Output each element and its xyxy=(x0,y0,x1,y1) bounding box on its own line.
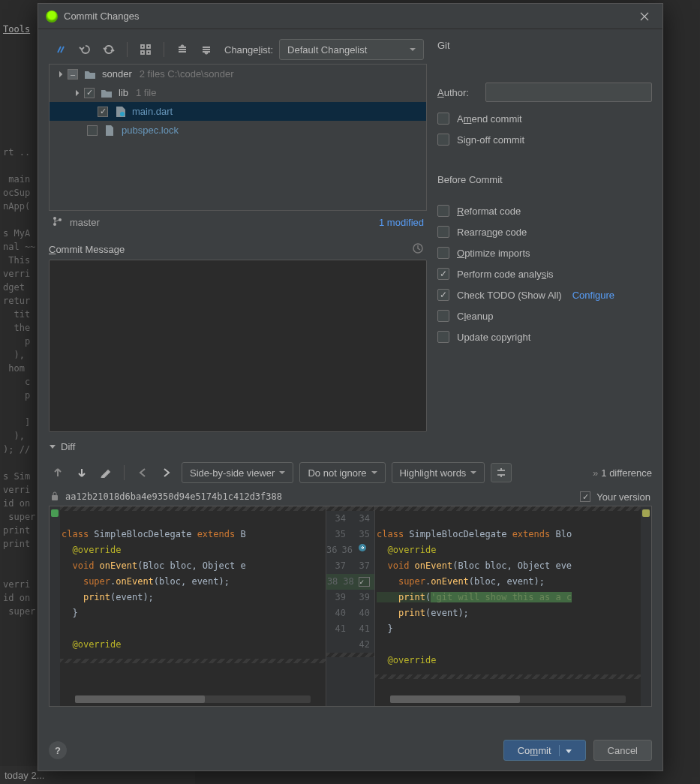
checkbox[interactable] xyxy=(437,226,449,238)
close-button[interactable] xyxy=(634,6,655,27)
checkbox[interactable] xyxy=(437,289,449,301)
dialog-title: Commit Changes xyxy=(64,11,634,22)
checkbox[interactable] xyxy=(437,247,449,259)
help-button[interactable]: ? xyxy=(49,741,67,759)
author-label: Author: xyxy=(437,87,478,98)
diff-filebar: aa12b21018d6ba4e9350d94e5174b1c412d3f388… xyxy=(49,488,652,506)
insert-marker-icon[interactable] xyxy=(357,542,372,558)
cancel-button[interactable]: Cancel xyxy=(593,740,652,761)
modified-count-link[interactable]: 1 modified xyxy=(379,217,424,228)
checkbox[interactable] xyxy=(437,134,449,146)
author-field-row: Author: xyxy=(437,83,652,102)
commit-button[interactable]: Commit xyxy=(503,740,586,761)
commit-split-icon[interactable] xyxy=(559,745,572,756)
refresh-icon[interactable] xyxy=(100,41,118,59)
file-tree[interactable]: sonder 2 files C:\code\sonder lib 1 file… xyxy=(49,64,427,211)
group-icon[interactable] xyxy=(137,41,155,59)
branch-name[interactable]: master xyxy=(70,217,100,228)
perform-analysis-row[interactable]: Perform code analysis xyxy=(437,263,652,284)
amend-commit-row[interactable]: Amend commit xyxy=(437,108,652,129)
checkbox[interactable] xyxy=(437,331,449,343)
commit-message-input[interactable] xyxy=(49,260,427,432)
diff-section: Diff Side-by-side viewer Do not ignore H… xyxy=(38,435,662,730)
signoff-commit-row[interactable]: Sign-off commit xyxy=(437,129,652,150)
checkbox[interactable] xyxy=(437,268,449,280)
nav-right-icon[interactable] xyxy=(158,464,176,482)
tree-folder-lib[interactable]: lib 1 file xyxy=(50,83,426,102)
author-input[interactable] xyxy=(485,83,652,102)
svg-point-4 xyxy=(120,112,125,116)
tree-file-main-dart[interactable]: main.dart xyxy=(50,102,426,121)
changelist-select[interactable]: Default Changelist xyxy=(279,39,424,60)
update-copyright-row[interactable]: Update copyright xyxy=(437,326,652,347)
tree-root[interactable]: sonder 2 files C:\code\sonder xyxy=(50,65,426,83)
show-diff-icon[interactable] xyxy=(52,41,70,59)
commit-dialog: Commit Changes Changelist: Default Cha xyxy=(38,3,663,771)
commit-hash: aa12b21018d6ba4e9350d94e5174b1c412d3f388 xyxy=(65,491,282,502)
checkbox[interactable] xyxy=(68,69,78,80)
scrollbar[interactable] xyxy=(390,695,626,703)
svg-rect-0 xyxy=(141,45,144,48)
configure-link[interactable]: Configure xyxy=(572,290,614,301)
folder-icon xyxy=(84,68,96,80)
git-section-title: Git xyxy=(437,40,652,51)
expand-icon[interactable] xyxy=(173,41,191,59)
svg-rect-3 xyxy=(147,51,150,54)
before-commit-title: Before Commit xyxy=(437,174,652,185)
view-mode-select[interactable]: Side-by-side viewer xyxy=(182,462,293,483)
lock-icon xyxy=(50,491,59,503)
diff-gutter: 3434 3535 3636 3737 3838 3939 4040 4141 … xyxy=(326,506,375,706)
next-diff-icon[interactable] xyxy=(73,464,91,482)
optimize-imports-row[interactable]: Optimize imports xyxy=(437,242,652,263)
tree-meta: 2 files C:\code\sonder xyxy=(140,68,234,80)
include-checkbox[interactable] xyxy=(580,491,590,502)
checkbox[interactable] xyxy=(98,107,108,117)
diff-count: 1 difference xyxy=(601,467,652,479)
menu-tools[interactable]: Tools xyxy=(3,23,30,36)
commit-toolbar: Changelist: Default Changelist xyxy=(49,35,427,64)
collapse-arrow-icon[interactable] xyxy=(49,441,56,452)
scrollbar[interactable] xyxy=(75,695,311,703)
svg-rect-9 xyxy=(52,495,58,500)
branch-icon xyxy=(52,216,62,229)
tree-file-pubspec-lock[interactable]: pubspec.lock xyxy=(50,121,426,140)
checkbox[interactable] xyxy=(87,125,98,136)
diff-header[interactable]: Diff xyxy=(49,435,652,458)
ignore-select[interactable]: Do not ignore xyxy=(299,462,385,483)
expand-arrow-icon[interactable] xyxy=(54,69,65,80)
checkbox[interactable] xyxy=(437,205,449,217)
collapse-icon[interactable] xyxy=(197,41,215,59)
reformat-code-row[interactable]: Reformat code xyxy=(437,200,652,221)
separator xyxy=(127,42,128,57)
file-icon xyxy=(104,125,116,137)
checkbox[interactable] xyxy=(437,310,449,322)
diff-right-pane[interactable]: class SimpleBlocDelegate extends Blo @ov… xyxy=(375,506,641,706)
check-todo-row[interactable]: Check TODO (Show All) Configure xyxy=(437,284,652,305)
rearrange-code-row[interactable]: Rearrange code xyxy=(437,221,652,242)
diff-panes[interactable]: class SimpleBlocDelegate extends B @over… xyxy=(49,506,652,707)
checkbox[interactable] xyxy=(437,113,449,125)
svg-point-6 xyxy=(53,223,56,226)
nav-left-icon[interactable] xyxy=(134,464,152,482)
tree-label: sonder xyxy=(102,68,132,80)
prev-diff-icon[interactable] xyxy=(49,464,67,482)
svg-point-5 xyxy=(53,217,56,220)
diff-toolbar: Side-by-side viewer Do not ignore Highli… xyxy=(49,458,652,488)
cleanup-row[interactable]: Cleanup xyxy=(437,305,652,326)
diff-left-pane[interactable]: class SimpleBlocDelegate extends B @over… xyxy=(60,506,326,706)
expand-arrow-icon[interactable] xyxy=(71,88,81,98)
revert-icon[interactable] xyxy=(76,41,94,59)
collapse-unchanged-icon[interactable] xyxy=(491,463,512,482)
tree-label: lib xyxy=(119,87,128,98)
svg-rect-2 xyxy=(141,51,144,54)
include-line-checkbox[interactable] xyxy=(359,577,370,587)
history-icon[interactable] xyxy=(412,242,424,257)
tree-meta: 1 file xyxy=(136,87,156,98)
highlight-select[interactable]: Highlight words xyxy=(392,462,485,483)
checkbox[interactable] xyxy=(84,88,95,98)
changelist-label: Changelist: xyxy=(224,44,273,56)
commit-message-label: Commit Message xyxy=(49,242,427,257)
separator xyxy=(164,42,164,57)
folder-icon xyxy=(101,87,113,99)
edit-icon[interactable] xyxy=(97,464,115,482)
